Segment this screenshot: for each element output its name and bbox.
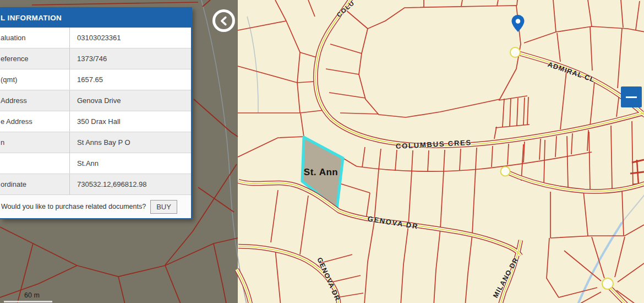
row-post-office: n St Anns Bay P O [0, 132, 191, 153]
buy-button[interactable]: BUY [150, 200, 177, 214]
row-value: St.Ann [70, 159, 99, 167]
chevron-left-icon [218, 15, 230, 27]
row-value: 730532.12,696812.98 [70, 180, 147, 188]
row-parish: St.Ann [0, 153, 191, 174]
row-label: e Address [0, 111, 70, 132]
zoom-out-button[interactable] [621, 86, 642, 107]
collapse-panel-button[interactable] [212, 9, 235, 32]
selected-parcel-label: St. Ann [304, 167, 338, 178]
row-label [0, 153, 70, 174]
row-street-address: Address Genova Drive [0, 90, 191, 111]
row-value: 350 Drax Hall [70, 117, 121, 126]
row-value: 1657.65 [70, 75, 103, 84]
purchase-footer: Would you like to purchase related docum… [0, 195, 191, 218]
row-label: eference [0, 48, 70, 69]
row-range-address: e Address 350 Drax Hall [0, 111, 191, 132]
row-label: ordinate [0, 174, 70, 194]
row-value: Genova Drive [70, 96, 121, 105]
row-value: 03103023361 [70, 34, 121, 42]
row-label: n [0, 132, 70, 153]
row-area-sqmt: (qmt) 1657.65 [0, 69, 191, 90]
row-label: Address [0, 90, 70, 111]
row-label: aluation [0, 28, 70, 48]
minus-icon [626, 96, 637, 98]
purchase-question: Would you like to purchase related docum… [1, 203, 146, 210]
panel-title: L INFORMATION [0, 8, 191, 28]
row-coordinate: ordinate 730532.12,696812.98 [0, 174, 191, 195]
parcel-info-panel: L INFORMATION aluation 03103023361 efere… [0, 7, 192, 219]
gis-parcel-viewer: COLU COLUMBUS CRES ADMIRAL CL GENOVA DR … [0, 0, 644, 303]
row-value: St Anns Bay P O [70, 138, 130, 147]
scale-label: 60 m [24, 291, 40, 299]
scale-bar [4, 301, 52, 302]
row-label: (qmt) [0, 69, 70, 90]
row-valuation: aluation 03103023361 [0, 28, 191, 48]
row-reference: eference 1373/746 [0, 48, 191, 69]
row-value: 1373/746 [70, 55, 107, 63]
